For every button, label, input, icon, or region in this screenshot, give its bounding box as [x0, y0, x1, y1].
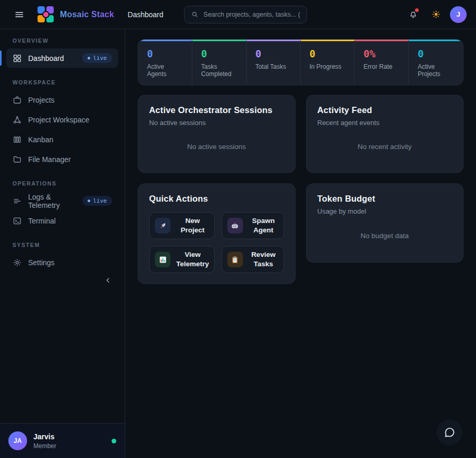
sidebar-item-label: Terminal — [28, 217, 56, 225]
topbar: Mosaic Stack Dashboard J — [0, 0, 476, 29]
sidebar-item-projects[interactable]: Projects — [6, 90, 118, 109]
stat-value: 0 — [201, 48, 237, 59]
user-info: Jarvis Member — [33, 432, 56, 450]
sidebar-item-label: Project Workspace — [28, 116, 89, 124]
card-title: Quick Actions — [149, 194, 284, 204]
stat-label: Active Projects — [418, 63, 454, 78]
search-bar[interactable] — [184, 6, 307, 23]
logo-center-dot — [43, 12, 48, 17]
sidebar-item-label: Dashboard — [28, 54, 64, 63]
sidebar-item-file-manager[interactable]: File Manager — [6, 150, 118, 169]
nav-section-overview: OVERVIEW Dashboard live — [6, 38, 118, 68]
sidebar: OVERVIEW Dashboard live WORKSPACE Projec… — [0, 29, 125, 458]
review-tasks-button[interactable]: Review Tasks — [222, 246, 284, 273]
user-name: Jarvis — [33, 432, 56, 441]
chat-bubble-icon — [443, 426, 456, 439]
stat-in-progress: 0 In Progress — [301, 40, 355, 85]
view-telemetry-button[interactable]: View Telemetry — [149, 246, 215, 273]
search-icon — [191, 10, 199, 18]
sidebar-item-label: Settings — [28, 258, 55, 267]
empty-state-text: No budget data — [318, 215, 453, 252]
card-subtitle: No active sessions — [149, 119, 284, 127]
theme-toggle-button[interactable] — [427, 6, 445, 23]
sidebar-collapse-button[interactable] — [101, 273, 115, 288]
logs-icon — [13, 196, 22, 206]
stats-row: 0 Active Agents 0 Tasks Completed 0 Tota… — [138, 39, 463, 85]
card-title: Token Budget — [318, 194, 453, 204]
stat-active-projects: 0 Active Projects — [409, 40, 463, 85]
stat-value: 0 — [310, 48, 346, 59]
live-badge: live — [82, 196, 113, 206]
gear-icon — [13, 258, 22, 267]
live-badge: live — [82, 53, 113, 63]
card-title: Active Orchestrator Sessions — [149, 105, 284, 115]
stat-label: Active Agents — [147, 63, 183, 78]
stat-value: 0 — [255, 48, 291, 59]
sessions-card: Active Orchestrator Sessions No active s… — [138, 95, 296, 173]
kanban-icon — [13, 135, 22, 144]
brand-logo-icon — [38, 6, 54, 23]
main-content: 0 Active Agents 0 Tasks Completed 0 Tota… — [125, 29, 476, 458]
stat-label: Error Rate — [363, 63, 399, 70]
new-project-button[interactable]: New Project — [149, 212, 215, 239]
spawn-agent-button[interactable]: Spawn Agent — [222, 212, 284, 239]
sun-icon — [431, 9, 441, 19]
quick-actions-grid: New Project Spawn Agent View Telemetry — [149, 212, 284, 273]
live-dot-icon — [88, 200, 90, 202]
empty-state-text: No active sessions — [149, 127, 284, 163]
terminal-icon — [13, 216, 22, 226]
sidebar-item-kanban[interactable]: Kanban — [6, 130, 118, 149]
sidebar-item-dashboard[interactable]: Dashboard live — [6, 48, 118, 68]
sidebar-item-label: File Manager — [28, 155, 71, 164]
stat-value: 0% — [363, 48, 399, 59]
search-input[interactable] — [203, 11, 300, 18]
chat-fab-button[interactable] — [436, 419, 462, 445]
grid-icon — [13, 54, 22, 63]
notification-dot — [415, 8, 419, 12]
sidebar-item-settings[interactable]: Settings — [6, 253, 118, 272]
sidebar-user[interactable]: JA Jarvis Member — [0, 423, 125, 458]
stat-tasks-completed: 0 Tasks Completed — [192, 40, 247, 85]
brand[interactable]: Mosaic Stack — [38, 6, 114, 23]
token-budget-card: Token Budget Usage by model No budget da… — [306, 183, 464, 263]
stat-active-agents: 0 Active Agents — [138, 40, 192, 85]
stat-label: Tasks Completed — [201, 63, 237, 78]
stat-value: 0 — [147, 48, 183, 59]
briefcase-icon — [13, 95, 22, 105]
hamburger-menu-button[interactable] — [10, 6, 28, 23]
card-subtitle: Recent agent events — [318, 119, 453, 127]
brand-name: Mosaic Stack — [60, 10, 114, 19]
user-avatar[interactable]: J — [450, 6, 467, 23]
user-role: Member — [33, 442, 56, 450]
rocket-icon — [155, 218, 170, 233]
folder-icon — [13, 155, 22, 164]
nav-section-workspace: WORKSPACE Projects Project Workspace Kan… — [6, 79, 118, 169]
section-label: SYSTEM — [6, 242, 118, 248]
page-title: Dashboard — [128, 10, 164, 19]
sidebar-item-project-workspace[interactable]: Project Workspace — [6, 110, 118, 129]
sidebar-item-logs-telemetry[interactable]: Logs & Telemetry live — [6, 191, 118, 211]
nodes-icon — [13, 115, 22, 125]
card-subtitle: Usage by model — [318, 207, 453, 215]
action-label: View Telemetry — [176, 250, 209, 268]
live-dot-icon — [88, 57, 90, 59]
stat-error-rate: 0% Error Rate — [355, 40, 409, 85]
chevron-left-icon — [104, 276, 112, 284]
empty-state-text: No recent activity — [318, 127, 453, 163]
action-label: Spawn Agent — [249, 216, 278, 234]
robot-icon — [227, 218, 243, 233]
card-title: Activity Feed — [318, 105, 453, 115]
section-label: OVERVIEW — [6, 38, 118, 44]
sidebar-item-label: Projects — [28, 96, 55, 104]
stat-value: 0 — [418, 48, 454, 59]
sidebar-item-terminal[interactable]: Terminal — [6, 211, 118, 230]
topbar-actions: J — [404, 6, 467, 23]
hamburger-icon — [14, 9, 25, 20]
section-label: WORKSPACE — [6, 79, 118, 85]
activity-feed-card: Activity Feed Recent agent events No rec… — [306, 95, 464, 173]
notifications-button[interactable] — [404, 6, 422, 23]
section-label: OPERATIONS — [6, 180, 118, 187]
stat-label: In Progress — [310, 63, 346, 70]
clipboard-icon — [227, 252, 243, 267]
stat-label: Total Tasks — [255, 63, 291, 70]
